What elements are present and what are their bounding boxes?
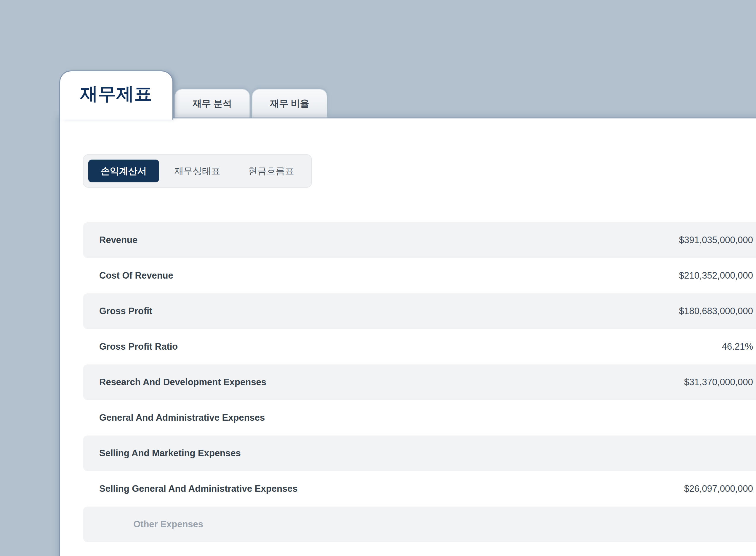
row-value: 46.21% <box>722 341 753 352</box>
row-value: $180,683,000,000 <box>679 306 753 316</box>
row-label: Selling General And Administrative Expen… <box>99 483 298 494</box>
row-value: $57,467,000,000 <box>684 555 753 556</box>
tab-label: 재무 비율 <box>270 97 309 110</box>
income-statement-table: Revenue $391,035,000,000 Cost Of Revenue… <box>83 222 756 556</box>
row-value: $210,352,000,000 <box>679 270 753 281</box>
app-background: 손익계산서 재무상태표 현금흐름표 Revenue $391,035,000,0… <box>0 0 756 556</box>
table-row-gross-profit-ratio: Gross Profit Ratio 46.21% <box>83 329 756 364</box>
tab-label: 재무제표 <box>80 82 153 106</box>
row-label: Operating Expenses <box>99 555 188 556</box>
row-label: Selling And Marketing Expenses <box>99 448 241 459</box>
statement-type-tabs: 손익계산서 재무상태표 현금흐름표 <box>83 154 312 188</box>
tab-label: 재무 분석 <box>193 97 232 110</box>
table-row-gross-profit: Gross Profit $180,683,000,000 <box>83 293 756 329</box>
tab-financial-analysis[interactable]: 재무 분석 <box>174 89 250 117</box>
table-row-operating-expenses: Operating Expenses $57,467,000,000 <box>83 542 756 556</box>
row-label: Cost Of Revenue <box>99 270 173 281</box>
row-label: Gross Profit <box>99 306 152 316</box>
tab-financial-statements[interactable]: 재무제표 <box>59 70 173 119</box>
table-row-other-expenses: Other Expenses <box>83 507 756 542</box>
row-value: $31,370,000,000 <box>684 377 753 387</box>
table-row-selling-marketing-expenses: Selling And Marketing Expenses <box>83 436 756 471</box>
row-label: Revenue <box>99 235 137 245</box>
row-value: $26,097,000,000 <box>684 483 753 494</box>
tab-financial-ratios[interactable]: 재무 비율 <box>252 89 327 117</box>
financial-statements-panel: 손익계산서 재무상태표 현금흐름표 Revenue $391,035,000,0… <box>59 117 756 556</box>
table-row-rnd-expenses: Research And Development Expenses $31,37… <box>83 364 756 400</box>
table-row-general-admin-expenses: General And Administrative Expenses <box>83 400 756 436</box>
tab-balance-sheet[interactable]: 재무상태표 <box>162 160 233 182</box>
row-label: Other Expenses <box>133 519 203 530</box>
tab-cash-flow[interactable]: 현금흐름표 <box>236 160 306 182</box>
row-value: $391,035,000,000 <box>679 235 753 245</box>
table-row-revenue: Revenue $391,035,000,000 <box>83 222 756 258</box>
tab-income-statement[interactable]: 손익계산서 <box>88 160 159 182</box>
row-label: Research And Development Expenses <box>99 377 266 387</box>
row-label: General And Administrative Expenses <box>99 412 265 423</box>
table-row-sgna-expenses: Selling General And Administrative Expen… <box>83 471 756 507</box>
row-label: Gross Profit Ratio <box>99 341 178 352</box>
table-row-cost-of-revenue: Cost Of Revenue $210,352,000,000 <box>83 258 756 293</box>
